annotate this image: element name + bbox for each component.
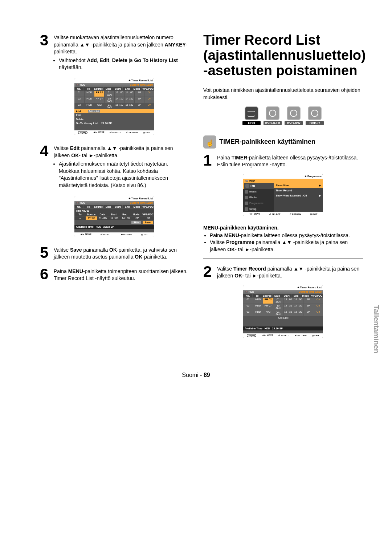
sidebar-item-title: Title (243, 183, 274, 189)
save-button: Save (143, 221, 153, 224)
badge-hdd: HDD (242, 106, 261, 125)
step-5: 5 Valitse Save painamalla OK-painiketta,… (40, 245, 189, 261)
step-2: 2 Valitse Timer Record painamalla ▲▼ -pa… (203, 264, 363, 280)
sidebar-item-setup: Setup (243, 206, 274, 212)
table-row: 03HDDAV201 JAN15 : 1015 : 30SPOn (243, 310, 323, 316)
menu-edit: Edit (74, 113, 154, 117)
badge-dvd-rw: DVD-RW (285, 106, 303, 125)
step-body: Paina MENU-painiketta toimenpiteen suori… (54, 267, 189, 282)
table-row: 02HDDPR 0715 JAN14 : 1014 : 30SPOn (243, 304, 323, 310)
side-tab: Tallentaminen (372, 305, 380, 353)
step-body: Valitse Save painamalla OK-painiketta, j… (54, 245, 189, 261)
table-header: No.ToSourceDateStartEndModeVPS/PDC (74, 87, 154, 91)
timer-record-edit-screen: Timer Record List 📼 HDD Current Time 12:… (74, 196, 154, 236)
step-6: 6 Paina MENU-painiketta toimenpiteen suo… (40, 267, 189, 282)
option-show-view: Show View▶ (274, 183, 323, 188)
menu-add: Add Add a list (74, 109, 154, 113)
step-3: 3 Valitse muokattavan ajastintallennuslu… (40, 33, 189, 73)
option-timer-record: Timer Record (274, 188, 323, 193)
sidebar-item-music: Music (243, 189, 274, 195)
step-number: 1 (203, 153, 217, 169)
page-title: Timer Record List (ajastintallennusluett… (203, 33, 363, 78)
menu-delete: Delete (74, 117, 154, 121)
inner-header: ToSourceDateStartEndModeVPS/PDC (74, 213, 154, 216)
title-number: Title No. 01 (74, 209, 154, 213)
step-1: 1 Paina TIMER-painiketta laitteen olless… (203, 153, 363, 169)
step-number: 4 (40, 143, 54, 191)
title-button: Title (131, 221, 141, 224)
step-body: Valitse Timer Record painamalla ▲▼ -pain… (217, 264, 363, 280)
badge-dvd-ram: DVD-RAM (264, 106, 282, 125)
option-show-view-extended: Show View Extended : Off▶ (274, 193, 323, 198)
step-4: 4 Valitse Edit painamalla ▲▼ -painikkeit… (40, 143, 189, 191)
ui-footer: Anykey ◄► MOVE ⏎ SELECT ↶ RETURN ⊟ EXIT (243, 333, 323, 338)
section-heading: ☝TIMER-painikkeen käyttäminen (203, 135, 363, 149)
step-number: 5 (40, 245, 54, 261)
ui-title: Timer Record List (74, 196, 154, 201)
table-header: No.ToSourceDateStartEndModeVPS/PDC (74, 205, 154, 209)
menu-history: Go To History List 29:10 SP (74, 121, 154, 125)
remote-icon: ☝ (203, 135, 216, 149)
step-number: 3 (40, 33, 54, 73)
add-a-list: Add a list (275, 316, 291, 320)
step-body: Valitse Edit painamalla ▲▼ -painikkeita … (54, 143, 189, 191)
intro-text: Voit poistaa nimikkeen ajastintallennusl… (203, 87, 363, 101)
available-time: Available TimeHDD29:10 SP (74, 225, 154, 229)
timer-record-list-screen-2: Timer Record List 📼 HDD Current Time 12:… (243, 285, 323, 338)
inner-row: --PR 0201 JAN12 : 0014 : 00SPOff (74, 216, 154, 220)
programme-options: Show View▶ Timer Record Show View Extend… (274, 183, 323, 212)
button-row: Title Save (74, 220, 154, 225)
table-row: 02HDDPR 0715 JAN14 : 1014 : 30SPOn (74, 97, 154, 103)
ui-footer: Anykey ◄► MOVE ⏎ SELECT ↶ RETURN ⊟ EXIT (74, 130, 154, 135)
step-body: Valitse muokattavan ajastintallennusluet… (54, 33, 189, 73)
step-number: 6 (40, 267, 54, 282)
ui-footer: ◄► MOVE ⏎ SELECT ↶ RETURN ⊟ EXIT (74, 232, 154, 236)
page-footer: Suomi - 89 (0, 372, 392, 378)
divider (203, 259, 363, 259)
ui-title: Timer Record List (243, 285, 323, 290)
sidebar-item-programme: Programme (243, 200, 274, 206)
step-body: Paina TIMER-painiketta laitteen ollessa … (217, 153, 358, 169)
table-row: 01HDDPR 0201 JAN12 : 0014 : 00SPOn (243, 298, 323, 304)
table-header: No.ToSourceDateStartEndModeVPS/PDC (243, 294, 323, 298)
ui-title: Timer Record List (74, 78, 154, 83)
ui-footer: ◄► MOVE ⏎ SELECT ↶ RETURN ⊟ EXIT (243, 212, 323, 216)
available-time: Available TimeHDD29:10 SP (243, 326, 323, 330)
sidebar-item-photo: Photo (243, 195, 274, 200)
programme-sidebar: Title Music Photo Programme Setup (243, 183, 274, 212)
step-number: 2 (203, 264, 217, 280)
programme-screen: Programme 📼 HDD Title Music Photo Progra… (243, 174, 323, 216)
sub-heading: MENU-painikkeen käyttäminen. (203, 225, 363, 231)
media-badges: HDD DVD-RAM DVD-RW DVD-R (203, 106, 363, 125)
badge-dvd-r: DVD-R (306, 106, 324, 125)
table-row: 01HDDPR 0201 JAN12 : 0014 : 00SPOn (74, 91, 154, 97)
timer-record-list-screen: Timer Record List 📼 HDD Current Time 12:… (74, 78, 154, 135)
table-row: 03HDDAV201 JAN15 : 1015 : 30SPOn (74, 103, 154, 109)
ui-title: Programme (243, 174, 323, 179)
